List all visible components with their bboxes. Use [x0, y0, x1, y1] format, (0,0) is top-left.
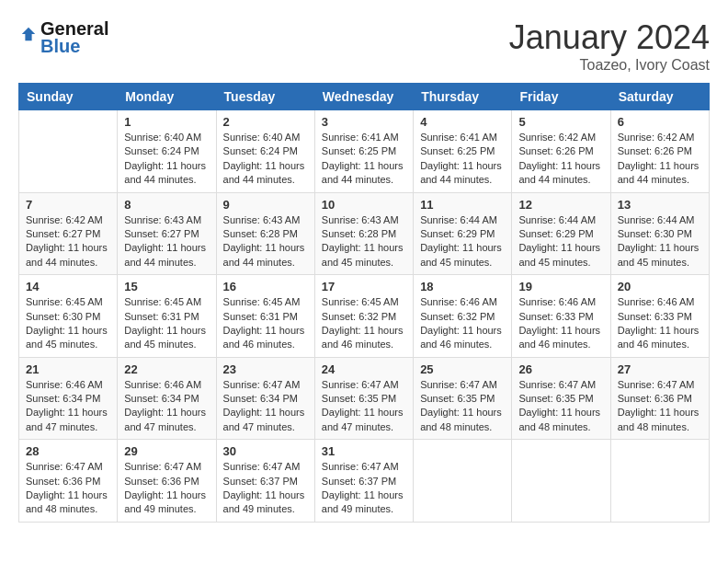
day-info: Sunrise: 6:47 AMSunset: 6:35 PMDaylight:…: [518, 378, 603, 435]
day-number: 4: [420, 115, 505, 129]
calendar-cell: 12Sunrise: 6:44 AMSunset: 6:29 PMDayligh…: [512, 192, 610, 275]
weekday-header-saturday: Saturday: [610, 84, 709, 110]
calendar-cell: 18Sunrise: 6:46 AMSunset: 6:32 PMDayligh…: [414, 275, 512, 358]
day-info: Sunrise: 6:45 AMSunset: 6:30 PMDaylight:…: [26, 295, 110, 352]
day-number: 31: [322, 444, 406, 458]
day-info: Sunrise: 6:44 AMSunset: 6:29 PMDaylight:…: [518, 213, 603, 270]
month-title: January 2024: [509, 18, 710, 57]
day-info: Sunrise: 6:47 AMSunset: 6:34 PMDaylight:…: [223, 378, 308, 435]
calendar-cell: 14Sunrise: 6:45 AMSunset: 6:30 PMDayligh…: [19, 275, 118, 358]
calendar-cell: 15Sunrise: 6:45 AMSunset: 6:31 PMDayligh…: [118, 275, 216, 358]
day-number: 26: [518, 362, 603, 376]
calendar-week-4: 21Sunrise: 6:46 AMSunset: 6:34 PMDayligh…: [19, 357, 710, 440]
day-number: 7: [26, 198, 110, 212]
day-number: 16: [223, 280, 308, 293]
day-number: 2: [223, 115, 308, 129]
calendar-cell: 11Sunrise: 6:44 AMSunset: 6:29 PMDayligh…: [414, 192, 512, 275]
calendar-week-5: 28Sunrise: 6:47 AMSunset: 6:36 PMDayligh…: [19, 440, 710, 523]
calendar-cell: 22Sunrise: 6:46 AMSunset: 6:34 PMDayligh…: [118, 357, 216, 440]
day-info: Sunrise: 6:40 AMSunset: 6:24 PMDaylight:…: [223, 131, 308, 188]
calendar-cell: 29Sunrise: 6:47 AMSunset: 6:36 PMDayligh…: [118, 440, 216, 523]
calendar-cell: 7Sunrise: 6:42 AMSunset: 6:27 PMDaylight…: [19, 192, 118, 275]
calendar-cell: 6Sunrise: 6:42 AMSunset: 6:26 PMDaylight…: [610, 110, 709, 193]
calendar-table: SundayMondayTuesdayWednesdayThursdayFrid…: [18, 83, 710, 523]
calendar-cell: 19Sunrise: 6:46 AMSunset: 6:33 PMDayligh…: [512, 275, 610, 358]
day-number: 21: [26, 362, 110, 376]
calendar-cell: 17Sunrise: 6:45 AMSunset: 6:32 PMDayligh…: [314, 275, 413, 358]
day-number: 17: [322, 280, 406, 293]
calendar-cell: 21Sunrise: 6:46 AMSunset: 6:34 PMDayligh…: [19, 357, 118, 440]
day-number: 30: [223, 444, 308, 458]
calendar-cell: [610, 440, 709, 523]
day-number: 24: [322, 362, 406, 376]
day-info: Sunrise: 6:46 AMSunset: 6:33 PMDaylight:…: [518, 295, 603, 352]
day-number: 12: [518, 198, 603, 212]
calendar-cell: 5Sunrise: 6:42 AMSunset: 6:26 PMDaylight…: [512, 110, 610, 193]
calendar-cell: 4Sunrise: 6:41 AMSunset: 6:25 PMDaylight…: [414, 110, 512, 193]
calendar-cell: 31Sunrise: 6:47 AMSunset: 6:37 PMDayligh…: [314, 440, 413, 523]
calendar-week-1: 1Sunrise: 6:40 AMSunset: 6:24 PMDaylight…: [19, 110, 710, 193]
svg-marker-0: [22, 28, 35, 40]
calendar-cell: 8Sunrise: 6:43 AMSunset: 6:27 PMDaylight…: [118, 192, 216, 275]
day-number: 14: [26, 280, 110, 293]
calendar-cell: 20Sunrise: 6:46 AMSunset: 6:33 PMDayligh…: [610, 275, 709, 358]
weekday-header-wednesday: Wednesday: [314, 84, 413, 110]
day-number: 29: [124, 444, 209, 458]
day-info: Sunrise: 6:43 AMSunset: 6:28 PMDaylight:…: [223, 213, 308, 270]
day-info: Sunrise: 6:42 AMSunset: 6:27 PMDaylight:…: [26, 213, 110, 270]
day-info: Sunrise: 6:47 AMSunset: 6:36 PMDaylight:…: [124, 460, 209, 517]
day-info: Sunrise: 6:44 AMSunset: 6:30 PMDaylight:…: [618, 213, 702, 270]
day-info: Sunrise: 6:47 AMSunset: 6:37 PMDaylight:…: [322, 460, 406, 517]
day-number: 23: [223, 362, 308, 376]
day-info: Sunrise: 6:46 AMSunset: 6:33 PMDaylight:…: [618, 295, 702, 352]
calendar-week-3: 14Sunrise: 6:45 AMSunset: 6:30 PMDayligh…: [19, 275, 710, 358]
calendar-cell: [19, 110, 118, 193]
weekday-header-sunday: Sunday: [19, 84, 118, 110]
day-info: Sunrise: 6:46 AMSunset: 6:32 PMDaylight:…: [420, 295, 505, 352]
day-info: Sunrise: 6:43 AMSunset: 6:28 PMDaylight:…: [322, 213, 406, 270]
day-number: 18: [420, 280, 505, 293]
day-info: Sunrise: 6:42 AMSunset: 6:26 PMDaylight:…: [518, 131, 603, 188]
day-number: 8: [124, 198, 209, 212]
day-number: 13: [618, 198, 702, 212]
weekday-header-tuesday: Tuesday: [216, 84, 314, 110]
day-info: Sunrise: 6:41 AMSunset: 6:25 PMDaylight:…: [322, 131, 406, 188]
day-number: 5: [518, 115, 603, 129]
calendar-cell: 13Sunrise: 6:44 AMSunset: 6:30 PMDayligh…: [610, 192, 709, 275]
calendar-cell: 16Sunrise: 6:45 AMSunset: 6:31 PMDayligh…: [216, 275, 314, 358]
day-number: 11: [420, 198, 505, 212]
calendar-week-2: 7Sunrise: 6:42 AMSunset: 6:27 PMDaylight…: [19, 192, 710, 275]
calendar-cell: 1Sunrise: 6:40 AMSunset: 6:24 PMDaylight…: [118, 110, 216, 193]
calendar-cell: 25Sunrise: 6:47 AMSunset: 6:35 PMDayligh…: [414, 357, 512, 440]
calendar-cell: 9Sunrise: 6:43 AMSunset: 6:28 PMDaylight…: [216, 192, 314, 275]
day-info: Sunrise: 6:46 AMSunset: 6:34 PMDaylight:…: [26, 378, 110, 435]
calendar-cell: 3Sunrise: 6:41 AMSunset: 6:25 PMDaylight…: [314, 110, 413, 193]
day-info: Sunrise: 6:47 AMSunset: 6:35 PMDaylight:…: [420, 378, 505, 435]
logo-icon: [20, 26, 37, 42]
day-info: Sunrise: 6:42 AMSunset: 6:26 PMDaylight:…: [618, 131, 702, 188]
page-header: General Blue January 2024 Toazeо, Ivory …: [18, 18, 710, 74]
location-title: Toazeо, Ivory Coast: [509, 57, 710, 74]
day-info: Sunrise: 6:45 AMSunset: 6:31 PMDaylight:…: [223, 295, 308, 352]
calendar-cell: 2Sunrise: 6:40 AMSunset: 6:24 PMDaylight…: [216, 110, 314, 193]
calendar-cell: 26Sunrise: 6:47 AMSunset: 6:35 PMDayligh…: [512, 357, 610, 440]
day-info: Sunrise: 6:44 AMSunset: 6:29 PMDaylight:…: [420, 213, 505, 270]
day-info: Sunrise: 6:45 AMSunset: 6:32 PMDaylight:…: [322, 295, 406, 352]
calendar-cell: 27Sunrise: 6:47 AMSunset: 6:36 PMDayligh…: [610, 357, 709, 440]
day-info: Sunrise: 6:47 AMSunset: 6:37 PMDaylight:…: [223, 460, 308, 517]
weekday-header-monday: Monday: [118, 84, 216, 110]
day-number: 22: [124, 362, 209, 376]
day-number: 25: [420, 362, 505, 376]
calendar-cell: 10Sunrise: 6:43 AMSunset: 6:28 PMDayligh…: [314, 192, 413, 275]
day-info: Sunrise: 6:41 AMSunset: 6:25 PMDaylight:…: [420, 131, 505, 188]
day-info: Sunrise: 6:47 AMSunset: 6:35 PMDaylight:…: [322, 378, 406, 435]
day-info: Sunrise: 6:47 AMSunset: 6:36 PMDaylight:…: [26, 460, 110, 517]
day-number: 19: [518, 280, 603, 293]
weekday-header-thursday: Thursday: [414, 84, 512, 110]
title-block: January 2024 Toazeо, Ivory Coast: [509, 18, 710, 74]
calendar-header-row: SundayMondayTuesdayWednesdayThursdayFrid…: [19, 84, 710, 110]
calendar-cell: [414, 440, 512, 523]
calendar-cell: 30Sunrise: 6:47 AMSunset: 6:37 PMDayligh…: [216, 440, 314, 523]
day-number: 27: [618, 362, 702, 376]
day-number: 9: [223, 198, 308, 212]
